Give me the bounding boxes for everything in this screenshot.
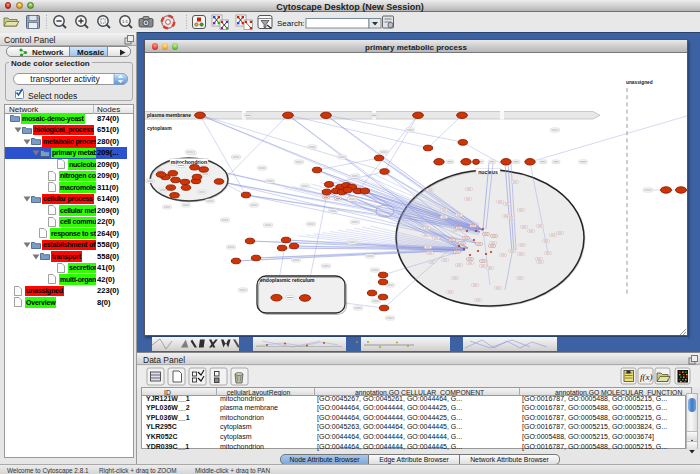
svg-text:1:1: 1:1 bbox=[122, 19, 129, 24]
svg-text:endoplasmic reticulum: endoplasmic reticulum bbox=[260, 277, 315, 283]
svg-text:cytoplasm: cytoplasm bbox=[147, 125, 172, 131]
svg-text:unassigned: unassigned bbox=[626, 80, 653, 85]
svg-text:f(x): f(x) bbox=[640, 372, 653, 382]
svg-text:Search:: Search: bbox=[277, 19, 305, 28]
svg-text:mitochondrion: mitochondrion bbox=[171, 159, 207, 165]
svg-text:plasma membrane: plasma membrane bbox=[147, 112, 191, 118]
